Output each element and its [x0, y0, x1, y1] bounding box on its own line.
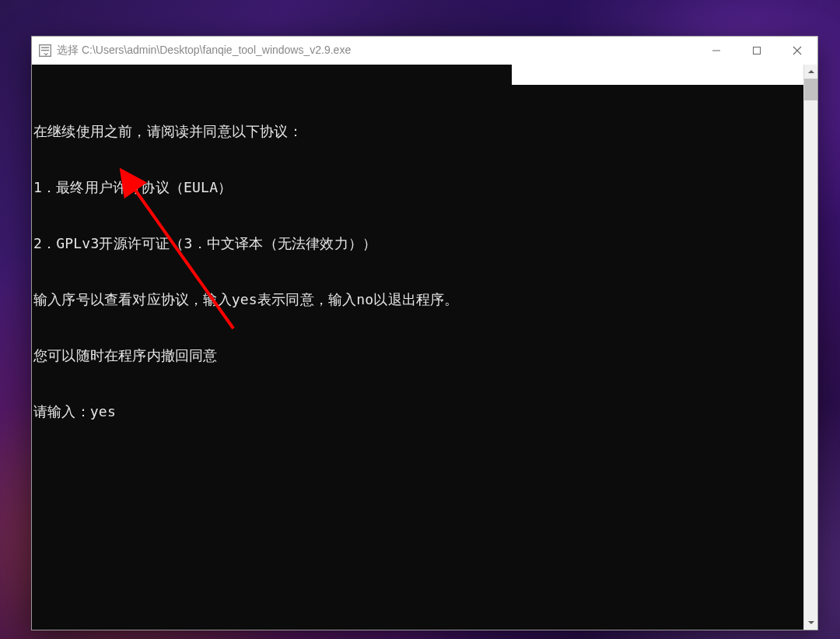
minimize-button[interactable] — [696, 37, 737, 65]
svg-rect-3 — [712, 51, 720, 51]
inactive-title-band — [512, 65, 803, 85]
scroll-track[interactable] — [804, 79, 817, 616]
console-line: 1．最终用户许可协议（EULA） — [33, 178, 802, 197]
console-line: 在继续使用之前，请阅读并同意以下协议： — [33, 122, 802, 141]
app-icon — [38, 44, 52, 58]
client-area: 在继续使用之前，请阅读并同意以下协议： 1．最终用户许可协议（EULA） 2．G… — [32, 65, 817, 630]
vertical-scrollbar[interactable] — [803, 65, 817, 630]
svg-rect-4 — [754, 47, 761, 54]
close-button[interactable] — [777, 37, 817, 65]
window-title: 选择 C:\Users\admin\Desktop\fanqie_tool_wi… — [57, 44, 696, 58]
console-line: 2．GPLv3开源许可证（3．中文译本（无法律效力）） — [33, 234, 802, 253]
scroll-down-button[interactable] — [804, 616, 817, 630]
svg-rect-2 — [41, 50, 49, 51]
svg-rect-1 — [41, 47, 49, 48]
maximize-button[interactable] — [737, 37, 777, 65]
scroll-up-button[interactable] — [804, 65, 817, 79]
scroll-thumb[interactable] — [804, 79, 817, 100]
console-output[interactable]: 在继续使用之前，请阅读并同意以下协议： 1．最终用户许可协议（EULA） 2．G… — [32, 65, 803, 630]
console-line: 输入序号以查看对应协议，输入yes表示同意，输入no以退出程序。 — [33, 290, 802, 309]
console-window: 选择 C:\Users\admin\Desktop\fanqie_tool_wi… — [31, 36, 818, 630]
console-prompt-label: 请输入： — [33, 403, 90, 420]
window-controls — [696, 37, 817, 65]
console-line: 您可以随时在程序内撤回同意 — [33, 346, 802, 365]
titlebar[interactable]: 选择 C:\Users\admin\Desktop\fanqie_tool_wi… — [32, 37, 817, 65]
console-input-value[interactable]: yes — [90, 403, 116, 420]
console-prompt-line: 请输入：yes — [33, 402, 802, 421]
